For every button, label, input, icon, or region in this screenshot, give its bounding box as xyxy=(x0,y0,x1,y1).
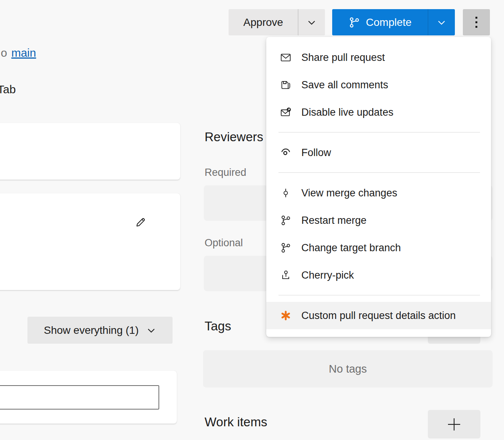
asterisk-icon xyxy=(280,310,291,321)
menu-item-restart-merge[interactable]: Restart merge xyxy=(266,207,491,234)
approve-label: Approve xyxy=(243,16,283,29)
no-tags-box: No tags xyxy=(203,350,493,387)
complete-options-chevron[interactable] xyxy=(428,9,455,35)
approve-split-button: Approve xyxy=(229,9,325,35)
breadcrumb: o main xyxy=(1,46,36,59)
work-items-title: Work items xyxy=(205,415,267,429)
breadcrumb-target-fragment: o xyxy=(1,46,7,59)
more-actions-button[interactable] xyxy=(463,9,490,35)
pencil-icon xyxy=(134,215,147,228)
approve-options-chevron[interactable] xyxy=(298,9,325,35)
menu-separator xyxy=(278,172,480,173)
reviewers-title: Reviewers xyxy=(205,130,263,144)
vertical-ellipsis-icon xyxy=(475,17,477,28)
follow-eye-icon xyxy=(280,147,291,158)
comment-input[interactable] xyxy=(0,385,159,410)
menu-item-view-merge-changes[interactable]: View merge changes xyxy=(266,179,491,207)
commit-icon xyxy=(280,188,291,198)
git-branch-icon xyxy=(280,242,291,253)
menu-item-save-all-comments[interactable]: Save all comments xyxy=(266,71,491,99)
git-branch-icon xyxy=(280,215,291,226)
tags-title: Tags xyxy=(205,319,231,333)
menu-item-label: Cherry-pick xyxy=(301,269,354,281)
add-work-item-button[interactable] xyxy=(428,410,480,438)
approve-button[interactable]: Approve xyxy=(229,9,298,35)
chevron-down-icon xyxy=(437,18,446,27)
menu-item-label: Save all comments xyxy=(301,79,388,91)
menu-item-label: Share pull request xyxy=(301,52,385,64)
complete-label: Complete xyxy=(366,16,412,29)
reviewers-required-label: Required xyxy=(205,167,246,179)
menu-item-follow[interactable]: Follow xyxy=(266,139,491,166)
cherry-pick-icon xyxy=(280,270,291,281)
menu-item-custom-pull-request-details-action[interactable]: Custom pull request details action xyxy=(266,302,491,329)
menu-item-change-target-branch[interactable]: Change target branch xyxy=(266,234,491,261)
menu-item-label: Disable live updates xyxy=(301,107,394,118)
menu-item-label: Restart merge xyxy=(301,215,366,226)
menu-item-share-pull-request[interactable]: Share pull request xyxy=(266,44,491,71)
reviewers-optional-label: Optional xyxy=(205,237,243,249)
more-actions-menu: Share pull request Save all comments Dis… xyxy=(266,37,491,337)
menu-separator xyxy=(278,132,480,132)
menu-item-label: Change target branch xyxy=(301,242,401,254)
menu-separator xyxy=(278,295,480,295)
description-card xyxy=(0,193,180,290)
menu-item-cherry-pick[interactable]: Cherry-pick xyxy=(266,261,491,289)
menu-item-label: Follow xyxy=(301,147,331,159)
plus-icon xyxy=(446,417,462,432)
complete-button[interactable]: Complete xyxy=(332,9,428,35)
menu-item-label: View merge changes xyxy=(301,187,397,199)
status-card xyxy=(0,123,180,180)
menu-item-label: Custom pull request details action xyxy=(301,310,456,322)
save-all-icon xyxy=(280,80,291,90)
no-tags-text: No tags xyxy=(329,363,367,375)
tab-label-fragment: Tab xyxy=(0,83,16,96)
show-everything-dropdown[interactable]: Show everything (1) xyxy=(27,317,173,344)
git-branch-icon xyxy=(349,17,360,28)
chevron-down-icon xyxy=(146,325,156,335)
edit-description-button[interactable] xyxy=(131,212,150,231)
mail-refresh-icon xyxy=(280,107,291,118)
branch-link-main[interactable]: main xyxy=(11,46,36,59)
menu-item-disable-live-updates[interactable]: Disable live updates xyxy=(266,99,491,126)
show-everything-label: Show everything (1) xyxy=(44,324,139,336)
chevron-down-icon xyxy=(307,18,317,27)
mail-icon xyxy=(280,52,291,63)
complete-split-button: Complete xyxy=(332,9,455,35)
